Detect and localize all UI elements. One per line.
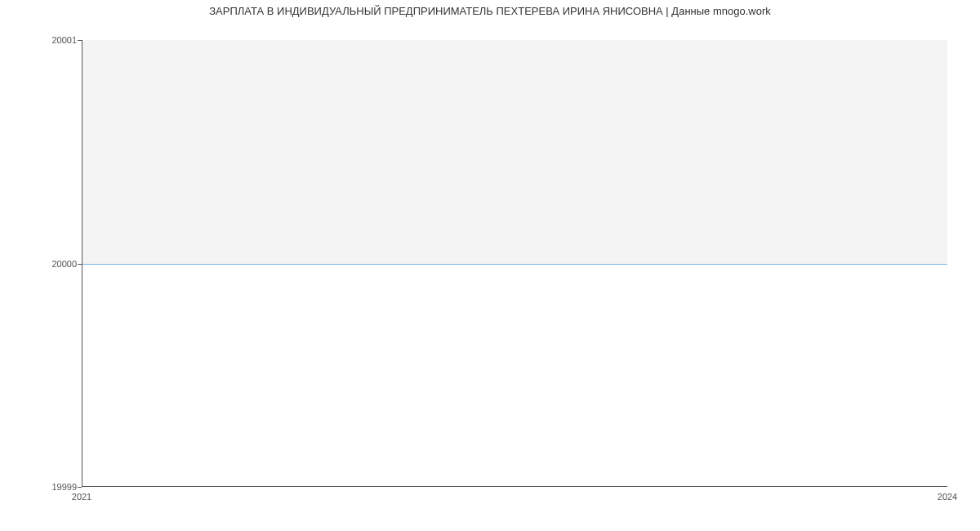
plot-area [82, 40, 947, 487]
y-tick-mark [78, 487, 82, 488]
series-line [82, 264, 947, 265]
y-tick-label-mid: 20000 [51, 259, 77, 269]
series-area-fill [82, 40, 947, 264]
y-tick-label-top: 20001 [51, 35, 77, 45]
y-tick-label-bot: 19999 [51, 482, 77, 492]
x-tick-label-left: 2021 [72, 492, 91, 502]
chart-container: ЗАРПЛАТА В ИНДИВИДУАЛЬНЫЙ ПРЕДПРИНИМАТЕЛ… [0, 0, 980, 531]
x-tick-label-right: 2024 [938, 492, 957, 502]
chart-title: ЗАРПЛАТА В ИНДИВИДУАЛЬНЫЙ ПРЕДПРИНИМАТЕЛ… [0, 5, 980, 17]
